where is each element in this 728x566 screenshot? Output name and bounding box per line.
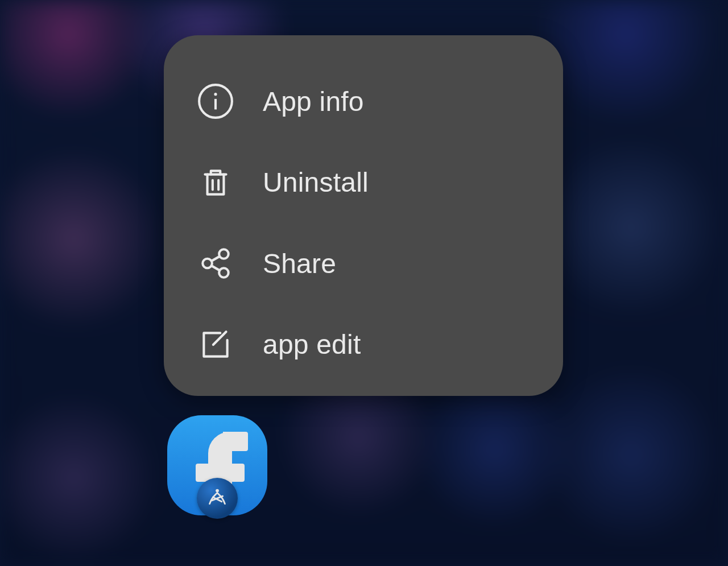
- svg-point-6: [202, 259, 212, 268]
- menu-item-app-edit[interactable]: app edit: [164, 316, 563, 373]
- svg-point-1: [214, 93, 217, 96]
- menu-label: Uninstall: [263, 167, 369, 198]
- menu-label: Share: [263, 248, 336, 279]
- svg-point-7: [219, 268, 229, 278]
- edit-icon: [197, 326, 234, 363]
- app-cloner-badge-icon: [197, 478, 238, 519]
- info-icon: [197, 82, 234, 120]
- svg-point-10: [216, 489, 219, 493]
- menu-item-uninstall[interactable]: Uninstall: [164, 154, 563, 211]
- app-context-menu: App info Uninstall Share: [164, 35, 563, 396]
- share-icon: [197, 245, 234, 282]
- menu-label: App info: [263, 86, 364, 117]
- trash-icon: [197, 164, 234, 201]
- svg-point-5: [219, 250, 229, 259]
- svg-line-9: [212, 266, 220, 270]
- svg-line-8: [212, 257, 220, 261]
- menu-label: app edit: [263, 329, 361, 360]
- menu-item-app-info[interactable]: App info: [164, 73, 563, 130]
- menu-item-share[interactable]: Share: [164, 235, 563, 292]
